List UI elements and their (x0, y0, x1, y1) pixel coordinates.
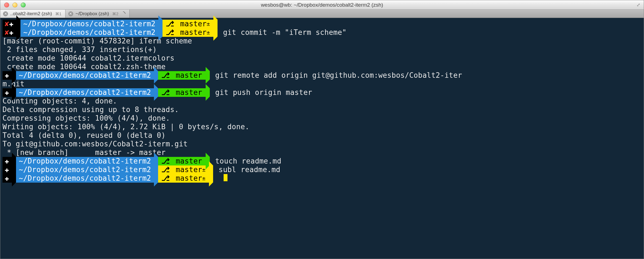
plus-icon: ✚ (5, 157, 9, 165)
branch-segment: ⎇ master± (158, 165, 209, 174)
traffic-lights (0, 2, 26, 7)
status-segment: ✘ ✚ (2, 28, 16, 37)
prompt-line: ✚~/Dropbox/demos/cobalt2-iterm2⎇ mastert… (2, 157, 642, 165)
window-title: wesbos@wb: ~/Dropbox/demos/cobalt2-iterm… (0, 2, 644, 8)
minimize-window-button[interactable] (12, 2, 17, 7)
prompt-line: ✚~/Dropbox/demos/cobalt2-iterm2⎇ master±… (2, 165, 642, 174)
command-text (213, 174, 219, 183)
path-segment: ~/Dropbox/demos/cobalt2-iterm2 (16, 174, 154, 183)
output-line: 2 files changed, 337 insertions(+) (2, 45, 642, 54)
zoom-window-button[interactable] (21, 2, 26, 7)
output-line: Counting objects: 4, done. (2, 97, 642, 105)
branch-icon: ⎇ (161, 157, 171, 165)
output-line: m.git (2, 80, 642, 88)
close-tab-icon[interactable]: ✕ (68, 11, 73, 16)
prompt-line: ✘ ✚~/Dropbox/demos/cobalt2-iterm2⎇ maste… (2, 28, 642, 37)
path-segment: ~/Dropbox/demos/cobalt2-iterm2 (16, 165, 154, 174)
plus-icon: ✚ (5, 165, 9, 174)
branch-segment: ⎇ master (158, 71, 206, 80)
branch-icon: ⎇ (161, 165, 171, 174)
prompt-line: ✚~/Dropbox/demos/cobalt2-iterm2⎇ masterg… (2, 71, 642, 80)
command-text: touch readme.md (210, 157, 281, 165)
command-text: git commit -m "iTerm scheme" (218, 28, 347, 37)
output-line: Compressing objects: 100% (4/4), done. (2, 114, 642, 123)
output-line: Writing objects: 100% (4/4), 2.72 KiB | … (2, 123, 642, 131)
branch-segment: ⎇ master (158, 88, 206, 97)
command-text: git push origin master (210, 88, 312, 97)
path-segment: ~/Dropbox/demos/cobalt2-iterm2 (16, 71, 154, 80)
close-window-button[interactable] (4, 2, 9, 7)
output-line: Delta compression using up to 8 threads. (2, 105, 642, 114)
error-icon: ✘ (5, 20, 9, 28)
branch-segment: ⎇ master± (163, 20, 213, 28)
plus-icon: ✚ (9, 28, 14, 37)
tab-label: ~/Dropbox (zsh) (75, 11, 109, 17)
path-segment: ~/Dropbox/demos/cobalt2-iterm2 (20, 28, 158, 37)
branch-icon: ⎇ (161, 174, 171, 183)
output-line: [master (root-commit) 457832e] iTerm sch… (2, 37, 642, 45)
status-segment: ✚ (2, 88, 12, 97)
branch-segment: ⎇ master± (163, 28, 213, 37)
branch-icon: ⎇ (166, 20, 176, 28)
close-tab-icon[interactable]: ✕ (3, 11, 8, 16)
spinner-icon (121, 11, 125, 16)
output-line: * [new branch] master -> master (2, 148, 642, 157)
command-text: subl readme.md (213, 165, 280, 174)
tab-1[interactable]: ✕ ..obalt2-iterm2 (zsh) ⌘1 (0, 10, 66, 18)
tab-shortcut: ⌘2 (112, 12, 118, 16)
status-segment: ✚ (2, 157, 12, 165)
branch-segment: ⎇ master (158, 157, 206, 165)
output-line: Total 4 (delta 0), reused 0 (delta 0) (2, 131, 642, 140)
command-text (218, 20, 223, 28)
prompt-line: ✚~/Dropbox/demos/cobalt2-iterm2⎇ masterg… (2, 88, 642, 97)
output-line: create mode 100644 cobalt2.zsh-theme (2, 63, 642, 71)
terminal-viewport[interactable]: ✘ ✚~/Dropbox/demos/cobalt2-iterm2⎇ maste… (0, 18, 644, 259)
terminal-window: wesbos@wb: ~/Dropbox/demos/cobalt2-iterm… (0, 0, 644, 259)
cursor (224, 174, 227, 181)
plus-icon: ✚ (9, 20, 14, 28)
path-segment: ~/Dropbox/demos/cobalt2-iterm2 (20, 20, 158, 28)
output-line: create mode 100644 cobalt2.itermcolors (2, 54, 642, 63)
plus-icon: ✚ (5, 71, 9, 80)
error-icon: ✘ (5, 28, 9, 37)
maximize-icon[interactable]: ⤢ (635, 2, 641, 7)
branch-segment: ⎇ master± (158, 174, 209, 183)
plus-icon: ✚ (5, 174, 9, 183)
prompt-line: ✘ ✚~/Dropbox/demos/cobalt2-iterm2⎇ maste… (2, 20, 642, 28)
tabbar: ✕ ..obalt2-iterm2 (zsh) ⌘1 ✕ ~/Dropbox (… (0, 10, 644, 18)
branch-icon: ⎇ (166, 28, 176, 37)
branch-icon: ⎇ (161, 88, 171, 97)
command-text: git remote add origin git@github.com:wes… (210, 71, 462, 80)
status-segment: ✚ (2, 174, 12, 183)
path-segment: ~/Dropbox/demos/cobalt2-iterm2 (16, 88, 154, 97)
status-segment: ✘ ✚ (2, 20, 16, 28)
plus-icon: ✚ (5, 88, 9, 97)
tab-2[interactable]: ✕ ~/Dropbox (zsh) ⌘2 (66, 10, 130, 18)
status-segment: ✚ (2, 165, 12, 174)
output-line: To git@github.com:wesbos/Cobalt2-iterm.g… (2, 140, 642, 148)
prompt-line: ✚~/Dropbox/demos/cobalt2-iterm2⎇ master± (2, 174, 642, 183)
titlebar: wesbos@wb: ~/Dropbox/demos/cobalt2-iterm… (0, 0, 644, 10)
path-segment: ~/Dropbox/demos/cobalt2-iterm2 (16, 157, 154, 165)
branch-icon: ⎇ (161, 71, 171, 80)
status-segment: ✚ (2, 71, 12, 80)
tab-shortcut: ⌘1 (55, 12, 61, 16)
